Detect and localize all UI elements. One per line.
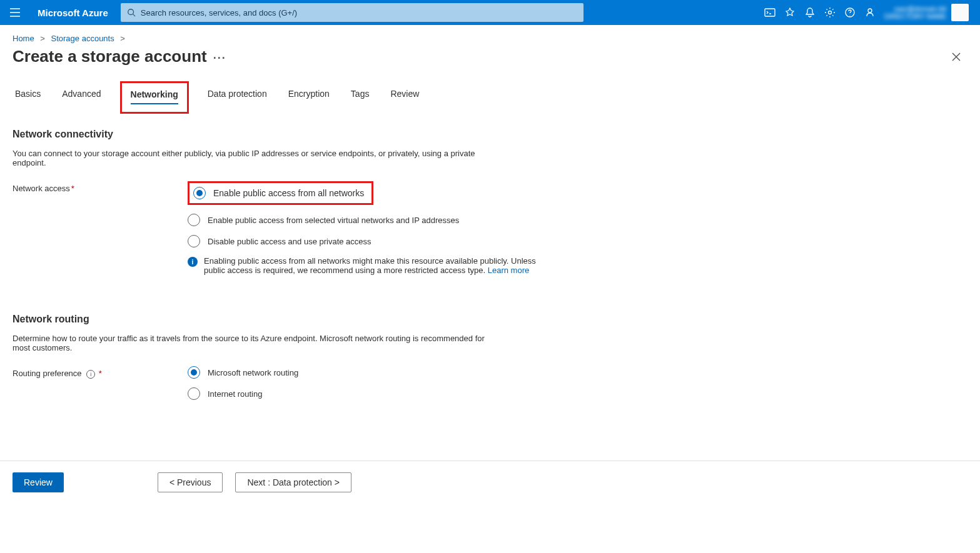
info-text: Enabling public access from all networks… — [204, 256, 538, 275]
tabs: Basics Advanced Networking Data protecti… — [0, 84, 980, 114]
breadcrumb: Home > Storage accounts > — [0, 25, 980, 47]
info-icon: i — [188, 257, 198, 267]
tab-advanced[interactable]: Advanced — [59, 84, 103, 114]
review-button[interactable]: Review — [13, 472, 64, 492]
topbar: Microsoft Azure user@domain.tldDIRECTORY… — [0, 0, 980, 25]
search-input[interactable] — [121, 3, 583, 22]
account-text: user@domain.tldDIRECTORY NAME — [884, 5, 946, 20]
brand-label[interactable]: Microsoft Azure — [31, 7, 114, 18]
svg-rect-1 — [765, 9, 775, 16]
radio-label: Microsoft network routing — [208, 368, 298, 377]
section-desc-network-connectivity: You can connect to your storage account … — [13, 149, 488, 167]
section-title-network-routing: Network routing — [13, 314, 882, 325]
more-dots-icon[interactable]: ··· — [213, 52, 226, 64]
label-network-access: Network access* — [13, 181, 181, 193]
tab-encryption[interactable]: Encryption — [286, 84, 332, 114]
radio-disable-public[interactable] — [188, 235, 200, 247]
radio-label: Internet routing — [208, 389, 262, 399]
help-icon[interactable] — [844, 7, 856, 18]
radio-public-selected-networks[interactable] — [188, 214, 200, 226]
learn-more-link[interactable]: Learn more — [488, 266, 529, 275]
section-desc-network-routing: Determine how to route your traffic as i… — [13, 334, 488, 352]
settings-gear-icon[interactable] — [824, 7, 836, 18]
crumb-home[interactable]: Home — [13, 34, 34, 43]
previous-button[interactable]: < Previous — [158, 472, 223, 492]
content-panel: Network connectivity You can connect to … — [0, 114, 894, 461]
info-outline-icon[interactable]: i — [86, 370, 95, 379]
tab-networking[interactable]: Networking — [128, 84, 181, 112]
tab-data-protection[interactable]: Data protection — [205, 84, 270, 114]
svg-point-2 — [828, 11, 831, 14]
annotation-highlight: Enable public access from all networks — [188, 181, 882, 205]
radio-internet-routing[interactable] — [188, 387, 200, 400]
radio-public-all-networks[interactable] — [193, 187, 206, 199]
close-icon[interactable] — [945, 49, 967, 64]
label-routing-preference: Routing preference i * — [13, 366, 181, 379]
section-title-network-connectivity: Network connectivity — [13, 129, 882, 140]
page-title: Create a storage account··· — [13, 47, 226, 66]
svg-point-0 — [128, 9, 134, 15]
avatar — [951, 4, 969, 21]
svg-point-4 — [868, 9, 872, 12]
cloud-shell-icon[interactable] — [764, 7, 775, 18]
account-info[interactable]: user@domain.tldDIRECTORY NAME — [884, 4, 969, 21]
tab-basics[interactable]: Basics — [13, 84, 43, 114]
footer-buttons: Review < Previous Next : Data protection… — [0, 461, 980, 504]
search-icon — [127, 8, 136, 17]
chevron-right-icon: > — [40, 34, 45, 43]
radio-label: Enable public access from all networks — [213, 188, 364, 198]
next-button[interactable]: Next : Data protection > — [235, 472, 351, 492]
annotation-highlight: Networking — [120, 81, 189, 114]
radio-label: Disable public access and use private ac… — [208, 237, 371, 246]
crumb-storage-accounts[interactable]: Storage accounts — [51, 34, 114, 43]
radio-label: Enable public access from selected virtu… — [208, 216, 459, 225]
notifications-icon[interactable] — [804, 7, 816, 18]
chevron-right-icon: > — [120, 34, 125, 43]
copilot-icon[interactable] — [784, 7, 796, 18]
tab-tags[interactable]: Tags — [348, 84, 372, 114]
radio-microsoft-routing[interactable] — [188, 366, 200, 379]
tab-review[interactable]: Review — [388, 84, 422, 114]
feedback-icon[interactable] — [864, 7, 876, 18]
menu-hamburger-icon[interactable] — [5, 8, 25, 17]
